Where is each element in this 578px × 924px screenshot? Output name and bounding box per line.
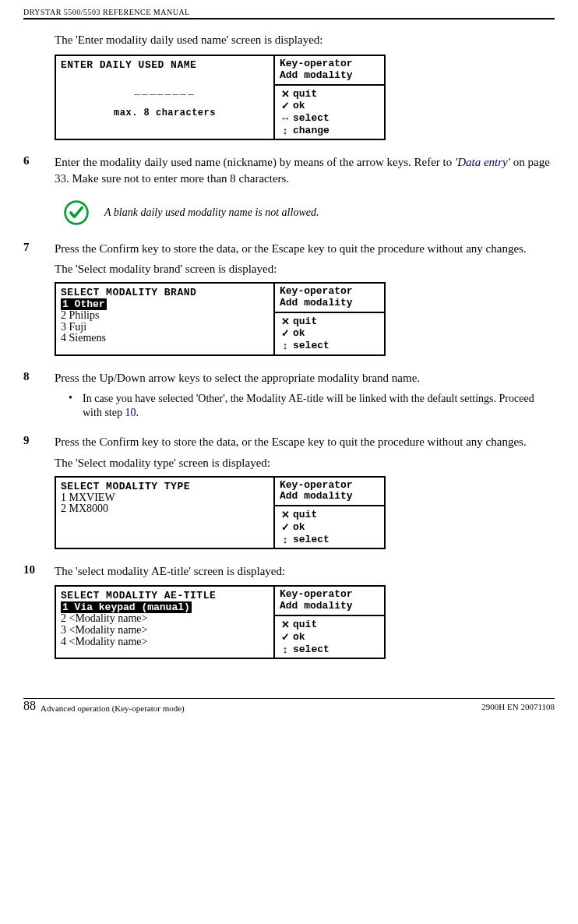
- step-7-number: 7: [23, 241, 55, 256]
- step-7-text: Press the Confirm key to store the data,…: [55, 241, 527, 256]
- x-icon: ✕: [280, 88, 291, 101]
- lcd4-item-2: 2 <Modality name>: [61, 613, 269, 625]
- checkmark-circle-icon: [62, 199, 90, 227]
- step-10-text: The 'select modality AE-title' screen is…: [55, 563, 285, 579]
- lcd2-context: Key-operator Add modality: [275, 284, 384, 313]
- step-9-number: 9: [23, 434, 55, 450]
- lcd2-title: SELECT MODALITY BRAND: [61, 287, 269, 298]
- lcd-select-type: SELECT MODALITY TYPE 1 MXVIEW 2 MX8000 K…: [55, 476, 386, 550]
- check-icon: ✓: [280, 100, 291, 112]
- lcd-enter-daily-name: ENTER DAILY USED NAME ________ max. 8 ch…: [55, 55, 386, 140]
- ud-arrow-icon: ↕: [280, 644, 291, 656]
- x-icon: ✕: [280, 619, 291, 631]
- step-10-link[interactable]: 10: [125, 407, 136, 418]
- lcd1-actions: ✕quit ✓ok ↔select ↕change: [275, 86, 384, 139]
- x-icon: ✕: [280, 316, 291, 328]
- lcd2-item-2: 2 Philips: [61, 310, 269, 322]
- footer-right: 2900H EN 20071108: [481, 702, 555, 713]
- ud-arrow-icon: ↕: [280, 340, 291, 352]
- ud-arrow-icon: ↕: [280, 125, 291, 137]
- note-block: A blank daily used modality name is not …: [62, 199, 555, 227]
- step-10-number: 10: [23, 563, 55, 579]
- footer-left: Advanced operation (Key-operator mode): [41, 704, 185, 713]
- lcd-select-brand: SELECT MODALITY BRAND 1 Other 2 Philips …: [55, 282, 386, 356]
- check-icon: ✓: [280, 327, 291, 340]
- lcd3-context: Key-operator Add modality: [275, 478, 384, 507]
- step-9-text: Press the Confirm key to store the data,…: [55, 434, 527, 450]
- bullet-icon: •: [69, 392, 83, 420]
- note-text: A blank daily used modality name is not …: [104, 206, 319, 219]
- lr-arrow-icon: ↔: [280, 112, 291, 125]
- lcd3-item-1: 1 MXVIEW: [61, 492, 269, 504]
- lcd2-item-3: 3 Fuji: [61, 322, 269, 333]
- step-8-bullet: In case you have selected 'Other', the M…: [83, 392, 555, 420]
- step-8-number: 8: [23, 370, 55, 386]
- lcd2-item-4: 4 Siemens: [61, 333, 269, 344]
- page-33-link[interactable]: 33: [55, 172, 66, 185]
- lcd4-item-3: 3 <Modality name>: [61, 625, 269, 637]
- page-footer: 88 Advanced operation (Key-operator mode…: [23, 698, 555, 713]
- lcd3-actions: ✕quit ✓ok ↕select: [275, 506, 384, 548]
- intro-text-1: The 'Enter modality daily used name' scr…: [55, 34, 555, 47]
- page-header: DRYSTAR 5500/5503 REFERENCE MANUAL: [23, 8, 555, 19]
- check-icon: ✓: [280, 631, 291, 644]
- lcd4-context: Key-operator Add modality: [275, 587, 384, 616]
- step-7-subtext: The 'Select modality brand' screen is di…: [55, 263, 555, 276]
- step-9-subtext: The 'Select modality type' screen is dis…: [55, 457, 555, 470]
- ud-arrow-icon: ↕: [280, 534, 291, 546]
- lcd2-actions: ✕quit ✓ok ↕select: [275, 313, 384, 354]
- lcd-select-ae-title: SELECT MODALITY AE-TITLE 1 Via keypad (m…: [55, 585, 386, 659]
- lcd1-title: ENTER DAILY USED NAME: [61, 59, 269, 71]
- lcd4-actions: ✕quit ✓ok ↕select: [275, 616, 384, 658]
- step-6-number: 6: [23, 154, 55, 186]
- lcd4-selected-item: 1 Via keypad (manual): [61, 601, 192, 613]
- lcd4-item-4: 4 <Modality name>: [61, 637, 269, 648]
- lcd1-context: Key-operator Add modality: [275, 56, 384, 86]
- lcd1-constraint: max. 8 characters: [61, 108, 269, 118]
- step-6-text: Enter the modality daily used name (nick…: [55, 154, 555, 186]
- step-8-text: Press the Up/Down arrow keys to select t…: [55, 370, 420, 386]
- lcd4-title: SELECT MODALITY AE-TITLE: [61, 590, 269, 601]
- lcd1-input-placeholder: ________: [61, 85, 269, 97]
- page-number: 88: [23, 699, 36, 713]
- lcd2-selected-item: 1 Other: [61, 298, 107, 310]
- lcd3-item-2: 2 MX8000: [61, 503, 269, 515]
- check-icon: ✓: [280, 521, 291, 534]
- data-entry-link[interactable]: 'Data entry': [455, 156, 510, 168]
- x-icon: ✕: [280, 509, 291, 521]
- lcd3-title: SELECT MODALITY TYPE: [61, 481, 269, 492]
